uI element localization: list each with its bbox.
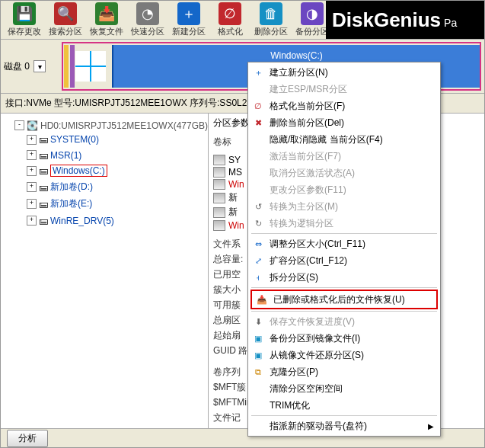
search-icon: 🔍 [54, 2, 77, 25]
toolbar-label: 快速分区 [131, 26, 164, 37]
menu-label: 调整分区大小(Ctrl_F11) [270, 238, 365, 251]
menu-item: 取消分区激活状态(A) [248, 165, 440, 181]
backup-icon: ◑ [301, 2, 324, 25]
recover-button[interactable]: 📥恢复文件 [88, 2, 126, 37]
tree-item[interactable]: +🖴 WinRE_DRV(5) [27, 216, 114, 226]
drive-icon [213, 179, 225, 190]
context-menu[interactable]: ＋建立新分区(N)建立ESP/MSR分区∅格式化当前分区(F)✖删除当前分区(D… [247, 62, 441, 437]
menu-item[interactable]: ＋建立新分区(N) [248, 64, 440, 81]
menu-icon: ⬇ [252, 315, 264, 328]
menu-label: 已删除或格式化后的文件恢复(U) [273, 293, 405, 306]
menu-label: 隐藏/取消隐藏 当前分区(F4) [270, 133, 383, 146]
toolbar-label: 搜索分区 [49, 26, 82, 37]
volume-icon: 🖴 [39, 199, 48, 210]
menu-label: 拆分分区(S) [270, 271, 318, 284]
menu-label: 建立ESP/MSR分区 [270, 83, 347, 96]
menu-icon: ▣ [252, 349, 264, 361]
menu-label: 扩容分区(Ctrl_F12) [270, 254, 347, 267]
menu-label: 激活当前分区(F7) [270, 150, 341, 163]
format-button[interactable]: ∅格式化 [211, 2, 249, 37]
drive-icon [213, 193, 225, 203]
tree-item[interactable]: +🖴 Windows(C:) [27, 165, 107, 177]
disk-dropdown-icon[interactable]: ▾ [34, 60, 46, 72]
tree-item[interactable]: +🖴 新加卷(E:) [27, 197, 92, 210]
menu-label: 从镜像文件还原分区(S) [270, 349, 364, 362]
menu-label: 转换为逻辑分区 [270, 217, 333, 230]
menu-item[interactable]: ⧉克隆分区(P) [248, 363, 440, 380]
quick-button[interactable]: ◔快速分区 [129, 2, 167, 37]
toolbar-label: 恢复文件 [90, 26, 123, 37]
analyze-button[interactable]: 分析 [7, 430, 48, 447]
drive-icon [213, 207, 225, 218]
menu-item: ↻转换为逻辑分区 [248, 215, 440, 232]
menu-item[interactable]: 指派新的驱动器号(盘符)▶ [248, 418, 440, 434]
menu-label: 保存文件恢复进度(V) [270, 315, 355, 328]
tree-item[interactable]: +🖴 MSR(1) [27, 150, 81, 161]
menu-label: 清除分区空闲空间 [270, 382, 343, 395]
menu-label: 备份分区到镜像文件(I) [270, 332, 360, 345]
menu-label: 克隆分区(P) [270, 366, 318, 379]
drive-icon [213, 167, 225, 178]
menu-item[interactable]: ▣从镜像文件还原分区(S) [248, 347, 440, 363]
menu-label: 指派新的驱动器号(盘符) [270, 420, 367, 433]
format-icon: ∅ [219, 2, 241, 25]
toolbar-label: 备份分区 [295, 26, 329, 37]
search-button[interactable]: 🔍搜索分区 [46, 2, 85, 37]
menu-label: 取消分区激活状态(A) [270, 167, 355, 180]
volume-icon: 🖴 [39, 150, 48, 161]
expand-icon[interactable]: + [27, 182, 37, 192]
menu-item[interactable]: TRIM优化 [248, 397, 440, 414]
delete-icon: 🗑 [260, 2, 282, 25]
tree-root[interactable]: - 💽 HD0:UMISRPJTJ512MEE1OWX(477GB) [14, 120, 208, 131]
menu-label: TRIM优化 [270, 399, 310, 412]
menu-item[interactable]: 隐藏/取消隐藏 当前分区(F4) [248, 131, 440, 148]
menu-label: 格式化当前分区(F) [270, 100, 345, 113]
menu-item[interactable]: ⫞拆分分区(S) [248, 269, 440, 286]
menu-item: 更改分区参数(F11) [248, 181, 440, 198]
volume-icon: 🖴 [39, 134, 48, 145]
menu-item[interactable]: 📥已删除或格式化后的文件恢复(U) [250, 290, 438, 309]
toolbar-label: 格式化 [218, 26, 243, 37]
expand-icon[interactable]: + [27, 166, 37, 176]
menu-item: ⬇保存文件恢复进度(V) [248, 313, 440, 330]
menu-icon: ↺ [252, 200, 264, 213]
volume-icon: 🖴 [39, 182, 48, 193]
menu-item[interactable]: 清除分区空闲空间 [248, 380, 440, 397]
expand-icon[interactable]: + [27, 150, 37, 160]
save-icon: 💾 [13, 2, 36, 25]
save-button[interactable]: 💾保存更改 [5, 2, 43, 37]
menu-icon: ⫞ [252, 271, 264, 283]
menu-icon: ▣ [252, 332, 264, 344]
recover-icon: 📥 [95, 2, 118, 25]
menu-item[interactable]: ∅格式化当前分区(F) [248, 98, 440, 114]
menu-icon: ＋ [252, 66, 264, 78]
expand-icon[interactable]: + [27, 216, 37, 226]
tree-item[interactable]: +🖴 新加卷(D:) [27, 181, 93, 194]
menu-item[interactable]: ⇔调整分区大小(Ctrl_F11) [248, 235, 440, 252]
menu-icon: ∅ [252, 100, 264, 112]
new-button[interactable]: ＋新建分区 [170, 2, 208, 37]
disk-tree[interactable]: - 💽 HD0:UMISRPJTJ512MEE1OWX(477GB) +🖴 SY… [1, 114, 209, 448]
drive-icon [213, 155, 225, 165]
delete-button[interactable]: 🗑删除分区 [252, 2, 290, 37]
toolbar-label: 保存更改 [8, 26, 41, 37]
submenu-arrow-icon: ▶ [428, 422, 434, 430]
disk-label: 磁盘 0 ▾ [4, 60, 57, 73]
windows-logo-icon [75, 51, 106, 82]
menu-item[interactable]: ✖删除当前分区(Del) [248, 114, 440, 131]
menu-icon: ⤢ [252, 254, 264, 267]
collapse-icon[interactable]: - [14, 120, 24, 130]
menu-item[interactable]: ⤢扩容分区(Ctrl_F12) [248, 252, 440, 269]
toolbar-label: 新建分区 [172, 26, 206, 37]
brand-logo: DiskGeniusPa [326, 1, 484, 39]
hdd-icon: 💽 [27, 120, 38, 131]
menu-label: 建立新分区(N) [270, 66, 328, 79]
tree-item[interactable]: +🖴 SYSTEM(0) [27, 134, 99, 145]
expand-icon[interactable]: + [27, 199, 37, 209]
drive-icon [213, 220, 225, 231]
new-icon: ＋ [177, 2, 200, 25]
expand-icon[interactable]: + [27, 135, 37, 145]
menu-icon: ⧉ [252, 366, 264, 378]
menu-icon: 📥 [256, 293, 268, 306]
menu-item[interactable]: ▣备份分区到镜像文件(I) [248, 330, 440, 347]
